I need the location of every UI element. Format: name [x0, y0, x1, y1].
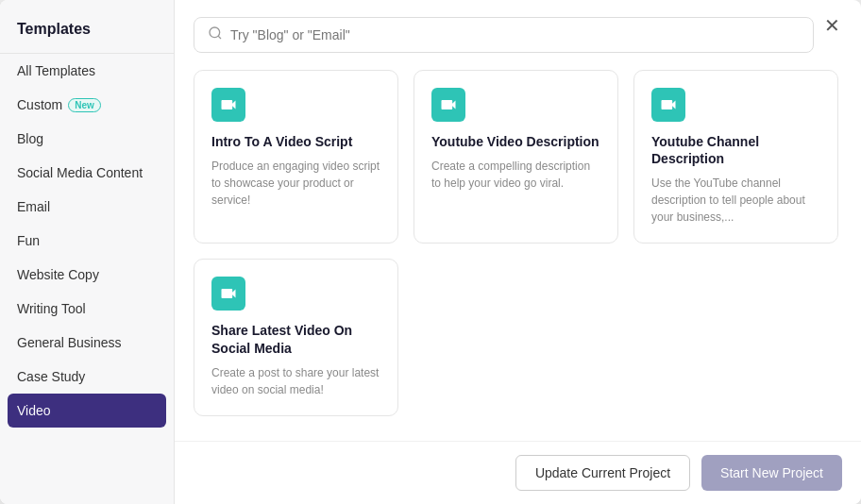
cards-area: Intro To A Video Script Produce an engag…: [175, 66, 861, 441]
sidebar-item-label: Fun: [17, 233, 40, 248]
sidebar-item-website-copy[interactable]: Website Copy: [0, 258, 174, 292]
card-icon: [211, 88, 245, 122]
footer: Update Current Project Start New Project: [175, 441, 861, 504]
sidebar-nav: All TemplatesCustomNewBlogSocial Media C…: [0, 54, 174, 428]
search-icon: [208, 25, 223, 44]
sidebar-item-label: Case Study: [17, 369, 85, 384]
card-icon: [211, 277, 245, 311]
main-content: ✕ Intro To A Video Script Produce an eng…: [175, 0, 861, 504]
card-description: Create a compelling description to help …: [431, 158, 600, 192]
start-new-project-button[interactable]: Start New Project: [701, 455, 842, 491]
new-badge: New: [68, 98, 101, 112]
svg-line-1: [218, 36, 221, 39]
sidebar-item-label: Blog: [17, 131, 43, 146]
card-title: Youtube Channel Description: [651, 133, 820, 167]
sidebar-item-fun[interactable]: Fun: [0, 224, 174, 258]
sidebar-item-writing-tool[interactable]: Writing Tool: [0, 292, 174, 326]
close-button[interactable]: ✕: [818, 11, 846, 40]
sidebar-item-email[interactable]: Email: [0, 190, 174, 224]
svg-point-0: [210, 27, 220, 38]
search-wrapper: [194, 17, 814, 53]
sidebar-item-label: All Templates: [17, 63, 95, 78]
card-icon: [431, 88, 465, 122]
card-title: Share Latest Video On Social Media: [211, 322, 380, 356]
update-current-project-button[interactable]: Update Current Project: [515, 455, 690, 491]
sidebar-item-case-study[interactable]: Case Study: [0, 360, 174, 394]
sidebar-item-label: Social Media Content: [17, 165, 143, 180]
sidebar-item-label: Video: [17, 403, 51, 418]
modal: Templates All TemplatesCustomNewBlogSoci…: [0, 0, 861, 504]
card-intro-video-script[interactable]: Intro To A Video Script Produce an engag…: [194, 70, 398, 244]
card-icon: [651, 88, 685, 122]
sidebar-item-blog[interactable]: Blog: [0, 122, 174, 156]
sidebar-title: Templates: [0, 9, 174, 54]
card-title: Intro To A Video Script: [211, 133, 380, 150]
sidebar-item-label: Custom: [17, 97, 62, 112]
sidebar-item-general-business[interactable]: General Business: [0, 326, 174, 360]
card-description: Use the YouTube channel description to t…: [651, 175, 820, 226]
search-input[interactable]: [230, 27, 800, 42]
sidebar-item-label: Email: [17, 199, 50, 214]
sidebar: Templates All TemplatesCustomNewBlogSoci…: [0, 0, 175, 504]
sidebar-item-label: Website Copy: [17, 267, 99, 282]
sidebar-item-custom[interactable]: CustomNew: [0, 88, 174, 122]
sidebar-item-social-media-content[interactable]: Social Media Content: [0, 156, 174, 190]
card-youtube-video-description[interactable]: Youtube Video Description Create a compe…: [414, 70, 618, 244]
card-youtube-channel-description[interactable]: Youtube Channel Description Use the YouT…: [633, 70, 838, 244]
card-title: Youtube Video Description: [431, 133, 600, 150]
sidebar-item-label: General Business: [17, 335, 122, 350]
sidebar-item-all-templates[interactable]: All Templates: [0, 54, 174, 88]
search-bar: [175, 0, 861, 66]
sidebar-item-label: Writing Tool: [17, 301, 86, 316]
cards-grid: Intro To A Video Script Produce an engag…: [194, 70, 842, 416]
sidebar-item-video[interactable]: Video: [8, 394, 166, 428]
card-share-latest-video[interactable]: Share Latest Video On Social Media Creat…: [194, 259, 398, 415]
card-description: Produce an engaging video script to show…: [211, 158, 380, 209]
card-description: Create a post to share your latest video…: [211, 364, 380, 398]
